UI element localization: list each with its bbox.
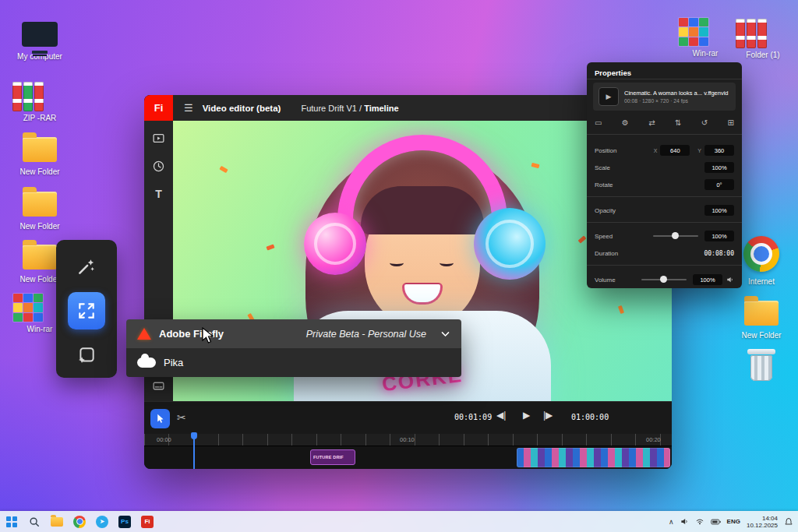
start-icon bbox=[6, 516, 17, 527]
battery-tray-icon[interactable] bbox=[711, 518, 721, 526]
opacity-row: Opacity 100% bbox=[595, 205, 734, 216]
floating-tool-palette bbox=[56, 240, 117, 378]
desktop-icon-label: New Folder bbox=[12, 167, 67, 176]
volume-input[interactable]: 100% bbox=[693, 274, 722, 285]
desktop-icon-label: Folder (1) bbox=[736, 51, 790, 59]
notification-bell-icon[interactable] bbox=[784, 517, 793, 527]
divider bbox=[587, 79, 742, 79]
start-button[interactable] bbox=[5, 515, 19, 529]
cursor-select-icon bbox=[155, 414, 165, 424]
position-x-input[interactable]: 640 bbox=[660, 145, 690, 156]
firefly-logo[interactable]: Fi bbox=[144, 95, 173, 121]
folder-icon bbox=[23, 137, 57, 162]
hamburger-menu-icon[interactable]: ☰ bbox=[184, 102, 193, 114]
selected-clip-card[interactable]: ▶ Cinematic. A woman looks a... v.ffgenv… bbox=[593, 83, 736, 111]
breadcrumb: Future Drift V1 / Timeline bbox=[301, 104, 398, 113]
confetti-decoration bbox=[266, 244, 274, 250]
subject-eye bbox=[390, 259, 404, 266]
confetti-decoration bbox=[618, 305, 624, 314]
telegram-button[interactable]: ➤ bbox=[95, 515, 109, 529]
select-tool-button[interactable] bbox=[150, 409, 170, 428]
speaker-icon[interactable] bbox=[726, 276, 734, 284]
search-button[interactable] bbox=[27, 515, 41, 529]
rotate-input[interactable]: 0° bbox=[704, 179, 734, 190]
scale-row: Scale 100% bbox=[595, 162, 734, 173]
photoshop-button[interactable]: Ps bbox=[118, 515, 132, 529]
magic-wand-button[interactable] bbox=[68, 248, 105, 285]
confetti-decoration bbox=[219, 166, 228, 173]
position-label: Position bbox=[595, 147, 616, 154]
tray-expand-chevron[interactable]: ∧ bbox=[669, 518, 674, 526]
next-frame-button[interactable]: |▶ bbox=[543, 410, 553, 421]
expand-tool-button[interactable] bbox=[68, 292, 105, 329]
position-y-input[interactable]: 360 bbox=[704, 145, 734, 156]
text-tool-button[interactable]: T bbox=[151, 186, 167, 202]
rotate-icon[interactable]: ↺ bbox=[701, 118, 708, 127]
language-indicator[interactable]: ENG bbox=[727, 518, 740, 525]
dropdown-item-pika[interactable]: Pika bbox=[126, 348, 461, 377]
search-icon bbox=[29, 516, 40, 527]
opacity-input[interactable]: 100% bbox=[704, 205, 734, 216]
media-panel-button[interactable] bbox=[151, 130, 167, 146]
speed-slider[interactable] bbox=[653, 235, 698, 237]
play-button[interactable]: ▶ bbox=[523, 410, 530, 421]
timeline-clip-title[interactable]: FUTURE DRIF bbox=[310, 449, 355, 465]
volume-slider[interactable] bbox=[641, 279, 687, 280]
folder-icon bbox=[744, 301, 779, 326]
desktop-icon-label: New Folder bbox=[734, 331, 789, 340]
clip-action-icons: ▭ ⚙ ⇄ ⇅ ↺ ⊞ bbox=[595, 118, 734, 127]
wifi-tray-icon[interactable] bbox=[695, 517, 704, 526]
timeline-ruler[interactable]: 00:00 00:10 00:20 bbox=[144, 434, 672, 446]
panel-title: Properties bbox=[595, 69, 631, 77]
desktop-icon-internet[interactable]: Internet bbox=[734, 236, 789, 286]
rotate-label: Rotate bbox=[595, 181, 613, 188]
dropdown-item-adobe-firefly[interactable]: Adobe Firefly Private Beta - Personal Us… bbox=[126, 319, 461, 348]
speaker-tray-icon[interactable] bbox=[680, 517, 689, 526]
dropdown-item-label: Adobe Firefly bbox=[159, 328, 224, 340]
total-duration: 01:00:00 bbox=[571, 413, 609, 421]
generative-tool-button[interactable] bbox=[68, 336, 105, 374]
speed-slider-knob[interactable] bbox=[672, 232, 679, 239]
confetti-decoration bbox=[531, 163, 540, 168]
breadcrumb-page[interactable]: Timeline bbox=[364, 104, 398, 113]
firefly-icon: Fi bbox=[141, 516, 154, 528]
speed-row: Speed 100% bbox=[595, 231, 734, 241]
dropdown-item-label: Pika bbox=[164, 357, 183, 368]
taskbar-clock[interactable]: 14:04 10.12.2025 bbox=[747, 515, 778, 529]
scale-input[interactable]: 100% bbox=[704, 162, 734, 173]
speed-input[interactable]: 100% bbox=[704, 231, 734, 241]
flip-vertical-icon[interactable]: ⇅ bbox=[675, 118, 681, 127]
archive-books-icon bbox=[736, 17, 790, 48]
clip-meta: 00:08 · 1280 × 720 · 24 fps bbox=[624, 98, 729, 104]
desktop-icon-win-rar-top[interactable]: Win-rar bbox=[678, 17, 733, 58]
desktop-icon-folder-1[interactable]: Folder (1) bbox=[736, 17, 790, 59]
flip-horizontal-icon[interactable]: ⇄ bbox=[648, 118, 655, 127]
timeline-tracks[interactable]: FUTURE DRIF bbox=[144, 446, 672, 469]
desktop-icon-new-folder-1[interactable]: New Folder bbox=[12, 131, 67, 176]
crop-icon[interactable]: ▭ bbox=[595, 118, 602, 127]
dropdown-item-badge: Private Beta - Personal Use bbox=[306, 329, 426, 340]
history-panel-button[interactable] bbox=[151, 158, 167, 174]
previous-frame-button[interactable]: ◀| bbox=[496, 410, 506, 421]
timeline-clip-filmstrip[interactable] bbox=[517, 448, 670, 467]
firefly-app-button[interactable]: Fi bbox=[140, 515, 154, 529]
settings-icon[interactable]: ⚙ bbox=[622, 118, 629, 127]
desktop-icon-recycle-bin[interactable] bbox=[734, 347, 789, 387]
archive-books-icon bbox=[12, 80, 67, 111]
desktop-icon-new-folder-right[interactable]: New Folder bbox=[734, 294, 789, 340]
desktop-icon-my-computer[interactable]: My computer bbox=[12, 22, 67, 61]
align-icon[interactable]: ⊞ bbox=[728, 118, 734, 127]
desktop-icon-new-folder-2[interactable]: New Folder bbox=[12, 185, 67, 231]
breadcrumb-project[interactable]: Future Drift V1 bbox=[301, 104, 357, 113]
playhead[interactable] bbox=[193, 434, 195, 469]
breadcrumb-separator: / bbox=[359, 104, 362, 113]
desktop-icon-zip-rar[interactable]: ZIP -RAR bbox=[12, 80, 67, 122]
file-explorer-button[interactable] bbox=[50, 515, 64, 529]
captions-panel-button[interactable] bbox=[151, 378, 167, 393]
magic-wand-icon bbox=[76, 256, 97, 277]
split-tool-button[interactable]: ✂ bbox=[177, 411, 186, 424]
x-axis-label: X bbox=[654, 148, 658, 153]
volume-slider-knob[interactable] bbox=[660, 276, 667, 283]
duration-value: 00:08:00 bbox=[704, 250, 734, 257]
chrome-button[interactable] bbox=[72, 515, 87, 529]
